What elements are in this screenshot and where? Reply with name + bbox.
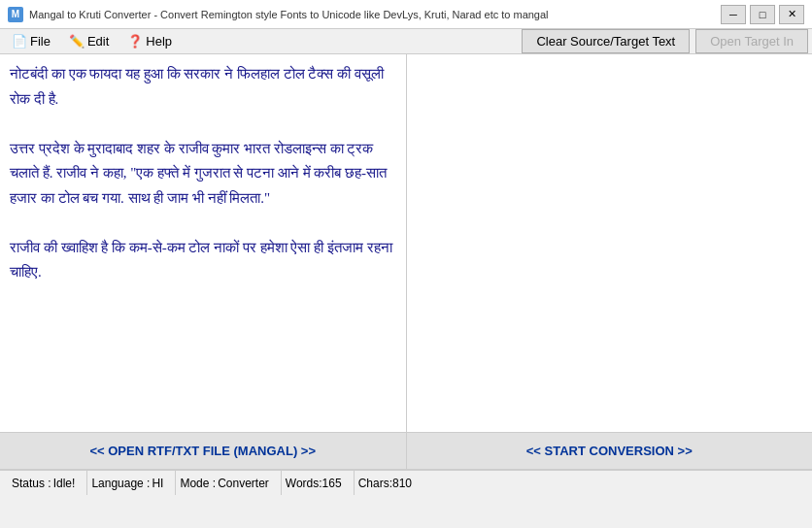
title-bar: M Mangal to Kruti Converter - Convert Re… xyxy=(0,0,812,29)
main-area xyxy=(0,54,812,433)
words-value: 165 xyxy=(322,477,342,490)
menu-file-label: File xyxy=(30,34,51,49)
title-bar-left: M Mangal to Kruti Converter - Convert Re… xyxy=(8,7,549,22)
language-value: HI xyxy=(152,477,163,490)
edit-icon: ✏️ xyxy=(70,35,84,49)
status-value: Idle! xyxy=(53,477,76,490)
menu-item-help[interactable]: ❓ Help xyxy=(119,30,181,52)
chars-label: Chars: xyxy=(358,477,392,490)
status-area: Status : Idle! xyxy=(8,471,87,495)
words-area: Words: 165 xyxy=(282,471,355,495)
language-label: Language : xyxy=(91,477,150,490)
target-pane xyxy=(407,54,813,432)
menu-help-label: Help xyxy=(146,34,172,49)
close-button[interactable]: ✕ xyxy=(779,5,804,24)
minimize-button[interactable]: ─ xyxy=(721,5,746,24)
app-icon: M xyxy=(8,7,23,22)
window-controls: ─ □ ✕ xyxy=(721,5,804,24)
open-target-in-button[interactable]: Open Target In xyxy=(695,29,808,53)
source-pane xyxy=(0,54,407,432)
open-file-button[interactable]: << OPEN RTF/TXT FILE (MANGAL) >> xyxy=(0,433,407,469)
chars-area: Chars: 810 xyxy=(355,471,423,495)
menu-item-file[interactable]: 📄 File xyxy=(4,30,59,52)
file-icon: 📄 xyxy=(13,35,26,49)
mode-value: Converter xyxy=(218,477,269,490)
maximize-button[interactable]: □ xyxy=(750,5,775,24)
action-bar: << OPEN RTF/TXT FILE (MANGAL) >> << STAR… xyxy=(0,433,812,470)
status-label: Status : xyxy=(12,477,51,490)
window-title: Mangal to Kruti Converter - Convert Remi… xyxy=(29,9,549,20)
mode-area: Mode : Converter xyxy=(176,471,281,495)
language-area: Language : HI xyxy=(87,471,176,495)
start-conversion-button[interactable]: << START CONVERSION >> xyxy=(407,433,813,469)
clear-source-target-button[interactable]: Clear Source/Target Text xyxy=(522,29,690,53)
status-bar: Status : Idle! Language : HI Mode : Conv… xyxy=(0,470,812,495)
menu-bar: 📄 File ✏️ Edit ❓ Help Clear Source/Targe… xyxy=(0,29,812,54)
source-text-area[interactable] xyxy=(0,54,406,432)
help-icon: ❓ xyxy=(128,35,142,49)
mode-label: Mode : xyxy=(180,477,216,490)
toolbar-area: Clear Source/Target Text Open Target In xyxy=(522,29,808,53)
menu-edit-label: Edit xyxy=(87,34,109,49)
words-label: Words: xyxy=(286,477,322,490)
chars-value: 810 xyxy=(392,477,412,490)
menu-item-edit[interactable]: ✏️ Edit xyxy=(61,30,118,52)
target-text-area[interactable] xyxy=(407,54,813,432)
